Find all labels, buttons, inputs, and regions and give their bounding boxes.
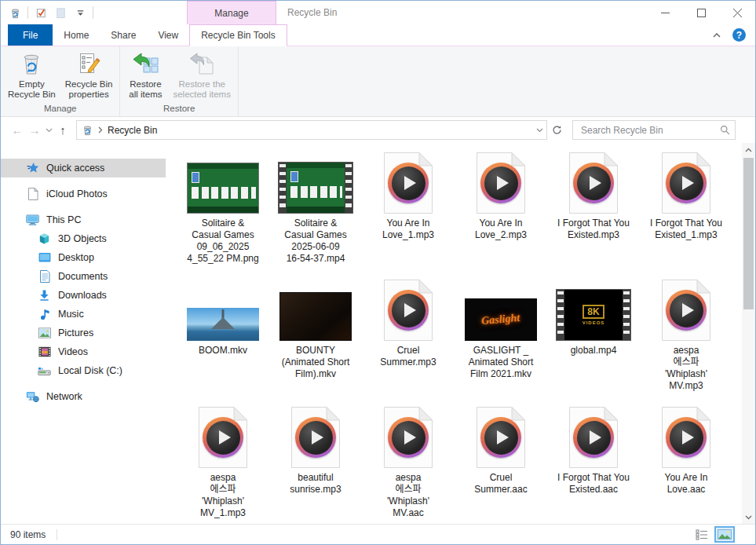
sidebar-item-documents[interactable]: Documents bbox=[1, 267, 166, 286]
chevron-up-icon bbox=[745, 148, 752, 152]
scroll-up-button[interactable] bbox=[742, 143, 755, 156]
minimize-button[interactable] bbox=[647, 1, 683, 24]
tab-file[interactable]: File bbox=[8, 24, 53, 46]
file-item-aespa-whiplash-mv-aac[interactable]: aespa에스파'Whiplash'MV.aac bbox=[362, 404, 455, 524]
sidebar-item-label: This PC bbox=[46, 214, 81, 225]
contextual-tab-label: Manage bbox=[214, 8, 248, 19]
ribbon-group-caption: Restore bbox=[122, 101, 236, 116]
file-icon-box bbox=[477, 149, 525, 214]
chevron-up-icon bbox=[712, 32, 721, 38]
tab-share[interactable]: Share bbox=[100, 24, 147, 46]
media-play-icon bbox=[662, 407, 710, 468]
file-item-global-mp4[interactable]: 8KVIDEOSglobal.mp4 bbox=[547, 276, 640, 404]
vertical-scrollbar[interactable] bbox=[742, 143, 755, 524]
titlebar: Manage Recycle Bin bbox=[1, 1, 755, 24]
contextual-tab-header: Manage bbox=[187, 1, 276, 24]
tab-home[interactable]: Home bbox=[53, 24, 100, 46]
videos-icon bbox=[38, 346, 51, 359]
media-play-icon bbox=[384, 407, 433, 468]
file-name: I Forgot That YouExisted_1.mp3 bbox=[650, 218, 722, 241]
sidebar-item-label: iCloud Photos bbox=[46, 188, 108, 199]
help-button[interactable]: ? bbox=[732, 28, 746, 42]
file-item-aespa-whiplash-mv-mp3[interactable]: aespa에스파'Whiplash'MV.mp3 bbox=[640, 276, 732, 404]
ribbon-group-manage: EmptyRecycle BinRecycle BinpropertiesMan… bbox=[1, 46, 120, 116]
restore-selected-items-icon bbox=[188, 50, 215, 77]
file-name: BOOM.mkv bbox=[199, 345, 247, 357]
sidebar-item-local-disk-c[interactable]: Local Disk (C:) bbox=[1, 361, 166, 380]
file-icon-box bbox=[384, 149, 433, 214]
file-item-you-are-in-love-aac[interactable]: You Are InLove.aac bbox=[640, 404, 732, 524]
search-icon[interactable] bbox=[720, 125, 730, 135]
scroll-down-button[interactable] bbox=[742, 510, 755, 524]
quick-access-toolbar bbox=[1, 5, 93, 20]
sidebar-item-videos[interactable]: Videos bbox=[1, 342, 166, 361]
file-item-solitaire-casual-games-2025-06-09-16-54-37-mp4[interactable]: Solitaire &Casual Games2025-06-0916-54-3… bbox=[269, 149, 362, 276]
breadcrumb[interactable]: Recycle Bin bbox=[108, 125, 157, 136]
qat-properties-check-icon[interactable] bbox=[34, 5, 48, 20]
media-play-icon bbox=[477, 152, 525, 214]
sidebar-item-this-pc[interactable]: This PC bbox=[1, 210, 166, 229]
local-disk-icon bbox=[38, 364, 51, 378]
sidebar-item-label: Quick access bbox=[46, 163, 104, 174]
sidebar-item-icloud-photos[interactable]: iCloud Photos bbox=[1, 185, 166, 203]
forward-button[interactable]: → bbox=[26, 121, 43, 140]
address-bar[interactable]: Recycle Bin bbox=[76, 120, 547, 140]
icloud-photos-icon bbox=[26, 188, 39, 201]
file-item-beautiful-sunrise-mp3[interactable]: beautifulsunrise.mp3 bbox=[269, 404, 362, 524]
address-dropdown-button[interactable] bbox=[536, 128, 543, 133]
sidebar-item-network[interactable]: Network bbox=[1, 387, 166, 406]
search-box[interactable] bbox=[572, 120, 736, 140]
refresh-button[interactable] bbox=[547, 120, 566, 140]
file-icon-box bbox=[187, 149, 259, 214]
file-name: CruelSummer.mp3 bbox=[380, 345, 436, 368]
empty-recycle-bin-button[interactable]: EmptyRecycle Bin bbox=[3, 48, 60, 101]
recycle-bin-properties-button[interactable]: Recycle Binproperties bbox=[60, 48, 118, 101]
sidebar-item-downloads[interactable]: Downloads bbox=[1, 286, 166, 305]
file-item-i-forgot-that-you-existed-aac[interactable]: I Forgot That YouExisted.aac bbox=[547, 404, 640, 524]
file-item-boom-mkv[interactable]: BOOM.mkv bbox=[177, 276, 269, 404]
file-grid: Solitaire &Casual Games09_06_20254_55_22… bbox=[177, 149, 742, 524]
sidebar-item-music[interactable]: Music bbox=[1, 305, 166, 324]
file-item-i-forgot-that-you-existed-mp3[interactable]: I Forgot That YouExisted.mp3 bbox=[547, 149, 640, 276]
file-item-solitaire-casual-games-09-06-2025-4-55-22-pm-png[interactable]: Solitaire &Casual Games09_06_20254_55_22… bbox=[177, 149, 269, 276]
file-item-bounty-animated-short-film-mkv[interactable]: BOUNTY(Animated ShortFilm).mkv bbox=[269, 276, 362, 404]
media-play-icon bbox=[662, 280, 710, 341]
media-play-icon bbox=[291, 407, 340, 468]
tab-view[interactable]: View bbox=[147, 24, 189, 46]
qat-dropdown-icon[interactable] bbox=[73, 5, 87, 20]
restore-all-items-button[interactable]: Restoreall items bbox=[122, 48, 168, 101]
music-icon bbox=[38, 308, 51, 321]
recycle-bin-small-icon[interactable] bbox=[8, 5, 22, 20]
file-item-i-forgot-that-you-existed-1-mp3[interactable]: I Forgot That YouExisted_1.mp3 bbox=[640, 149, 732, 276]
qat-faded-page-icon[interactable] bbox=[53, 5, 68, 20]
file-item-gaslight-animated-short-film-2021-mkv[interactable]: GaslightGASLIGHT _Animated ShortFilm 202… bbox=[455, 276, 547, 404]
file-item-aespa-whiplash-mv-1-mp3[interactable]: aespa에스파'Whiplash'MV_1.mp3 bbox=[177, 404, 269, 524]
up-button[interactable]: ↑ bbox=[54, 121, 71, 140]
sidebar-item-label: Documents bbox=[58, 271, 108, 282]
search-input[interactable] bbox=[579, 124, 720, 137]
file-item-you-are-in-love-1-mp3[interactable]: You Are InLove_1.mp3 bbox=[362, 149, 455, 276]
close-button[interactable] bbox=[719, 1, 755, 24]
sidebar-item-pictures[interactable]: Pictures bbox=[1, 324, 166, 342]
sidebar-item-quick-access[interactable]: Quick access bbox=[1, 159, 166, 177]
scrollbar-thumb[interactable] bbox=[743, 158, 754, 309]
back-button[interactable]: ← bbox=[9, 121, 26, 140]
details-view-button[interactable] bbox=[694, 528, 710, 542]
file-name: CruelSummer.aac bbox=[474, 472, 527, 496]
file-item-you-are-in-love-2-mp3[interactable]: You Are InLove_2.mp3 bbox=[455, 149, 547, 276]
ribbon: EmptyRecycle BinRecycle BinpropertiesMan… bbox=[1, 46, 755, 117]
solitaire-video-thumbnail bbox=[278, 162, 353, 214]
file-name: Solitaire &Casual Games2025-06-0916-54-3… bbox=[284, 218, 346, 265]
file-item-cruel-summer-aac[interactable]: CruelSummer.aac bbox=[455, 404, 547, 524]
sidebar-item-3d-objects[interactable]: 3D Objects bbox=[1, 229, 166, 248]
sidebar-item-desktop[interactable]: Desktop bbox=[1, 248, 166, 267]
recent-locations-button[interactable] bbox=[43, 128, 54, 133]
maximize-button[interactable] bbox=[683, 1, 719, 24]
downloads-icon bbox=[38, 289, 51, 302]
file-name: You Are InLove_1.mp3 bbox=[382, 218, 434, 241]
collapse-ribbon-button[interactable] bbox=[712, 32, 721, 38]
tab-recycle-bin-tools[interactable]: Recycle Bin Tools bbox=[189, 24, 287, 46]
file-item-cruel-summer-mp3[interactable]: CruelSummer.mp3 bbox=[362, 276, 455, 404]
large-icons-view-button[interactable] bbox=[714, 526, 735, 543]
close-icon bbox=[733, 9, 742, 17]
